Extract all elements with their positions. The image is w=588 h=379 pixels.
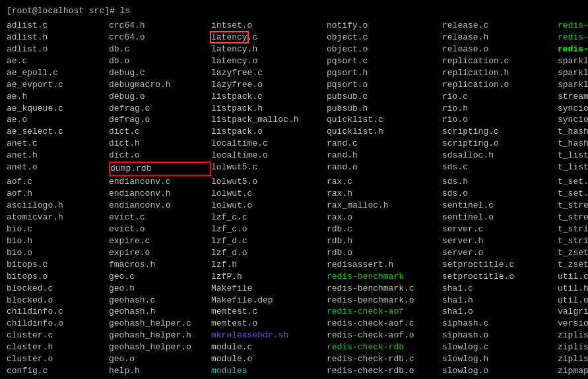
- file-cell: lzf_c.o: [211, 223, 327, 235]
- file-cell: memtest.o: [211, 318, 327, 330]
- file-cell: childinfo.o: [7, 318, 109, 330]
- file-cell: localtime.o: [211, 150, 327, 161]
- file-cell: expire.o: [109, 247, 211, 259]
- file-cell: atomicvar.h: [7, 212, 109, 223]
- file-cell: rdb.c: [327, 223, 442, 235]
- file-cell: fmacros.h: [109, 259, 211, 271]
- file-cell: util.c: [558, 271, 588, 283]
- file-cell: t_set.c: [558, 176, 588, 188]
- file-cell: anet.c: [7, 138, 109, 150]
- file-cell: latency.c: [211, 32, 327, 44]
- file-grid: adlist.c crc64.h intset.o notify.o relea…: [7, 20, 581, 379]
- file-cell: t_list.c: [558, 150, 588, 161]
- file-cell: server.c: [442, 223, 558, 235]
- file-cell: db.o: [109, 55, 211, 67]
- file-cell: help.h: [109, 365, 211, 377]
- file-cell: release.h: [442, 32, 558, 44]
- file-cell: sentinel.o: [442, 212, 558, 223]
- file-cell: lolwut.o: [211, 200, 327, 212]
- file-cell: config.c: [7, 365, 109, 377]
- file-cell: adlist.h: [7, 32, 109, 44]
- file-cell: lazyfree.o: [211, 79, 327, 91]
- file-cell: adlist.o: [7, 44, 109, 55]
- file-cell: lolwut.c: [211, 188, 327, 200]
- file-cell: server.o: [442, 247, 558, 259]
- file-cell: pubsub.h: [327, 103, 442, 115]
- file-cell: dict.c: [109, 126, 211, 138]
- file-cell: sparkline.o: [558, 79, 588, 91]
- file-cell: zipmap.c: [558, 365, 588, 377]
- file-cell: sha1.c: [442, 283, 558, 295]
- file-cell-redis-sentinel: redis-sentinel: [558, 20, 588, 32]
- file-cell: bitops.o: [7, 271, 109, 283]
- file-cell: t_hash.c: [558, 126, 588, 138]
- file-cell: ae_epoll.c: [7, 67, 109, 79]
- file-cell: setproctitle.c: [442, 259, 558, 271]
- file-cell: quicklist.h: [327, 126, 442, 138]
- file-cell: rax.c: [327, 176, 442, 188]
- file-cell-redis-check-rdb: redis-check-rdb: [327, 341, 442, 353]
- file-cell: rand.o: [327, 161, 442, 176]
- file-cell: syncio.o: [558, 114, 588, 126]
- file-cell: lolwut5.o: [211, 176, 327, 188]
- file-cell: server.h: [442, 235, 558, 247]
- file-cell: latency.o: [211, 55, 327, 67]
- file-cell: endianconv.c: [109, 176, 211, 188]
- file-cell: rio.c: [442, 91, 558, 103]
- file-cell: bitops.c: [7, 259, 109, 271]
- file-cell-redis-server: redis-server: [558, 32, 588, 44]
- file-cell: bio.c: [7, 223, 109, 235]
- file-cell: blocked.o: [7, 295, 109, 306]
- file-cell-dump-rdb: dump.rdb: [109, 161, 211, 176]
- file-cell: listpack.h: [211, 103, 327, 115]
- file-cell: listpack.o: [211, 126, 327, 138]
- file-cell: rand.h: [327, 150, 442, 161]
- file-cell: redisassert.h: [327, 259, 442, 271]
- file-cell-mkreleasehdr: mkreleasehdr.sh: [211, 330, 327, 341]
- file-cell: rdb.h: [327, 235, 442, 247]
- file-cell: blocked.c: [7, 283, 109, 295]
- file-cell: defrag.o: [109, 114, 211, 126]
- file-cell: scripting.c: [442, 126, 558, 138]
- file-cell: redis-check-aof.c: [327, 318, 442, 330]
- file-cell: listpack.c: [211, 91, 327, 103]
- file-cell: ae.c: [7, 55, 109, 67]
- file-cell: stream.h: [558, 91, 588, 103]
- file-cell: memtest.c: [211, 306, 327, 318]
- file-cell-modules: modules: [211, 365, 327, 377]
- file-cell: lolwut5.c: [211, 161, 327, 176]
- file-cell: aof.h: [7, 188, 109, 200]
- file-cell: setproctitle.o: [442, 271, 558, 283]
- file-cell: rax_malloc.h: [327, 200, 442, 212]
- file-cell: listpack_malloc.h: [211, 114, 327, 126]
- file-cell: syncio.c: [558, 103, 588, 115]
- file-cell: bio.h: [7, 235, 109, 247]
- file-cell: t_list.o: [558, 161, 588, 176]
- file-cell: cluster.c: [7, 330, 109, 341]
- file-cell: ae_evport.c: [7, 79, 109, 91]
- file-cell: evict.c: [109, 212, 211, 223]
- file-cell: adlist.c: [7, 20, 109, 32]
- file-cell: version.h: [558, 318, 588, 330]
- file-cell: sds.c: [442, 161, 558, 176]
- file-cell: lazyfree.c: [211, 67, 327, 79]
- file-cell: lzfP.h: [211, 271, 327, 283]
- file-cell: cluster.h: [7, 341, 109, 353]
- file-cell: dict.o: [109, 150, 211, 161]
- file-cell: geohash.h: [109, 306, 211, 318]
- file-cell: sha1.h: [442, 295, 558, 306]
- file-cell: pubsub.c: [327, 91, 442, 103]
- file-cell: asciilogo.h: [7, 200, 109, 212]
- file-cell: debug.o: [109, 91, 211, 103]
- file-cell-redis-trib: redis-trib.rb: [558, 44, 588, 55]
- file-cell: redis-check-rdb.c: [327, 353, 442, 365]
- file-cell: debugmacro.h: [109, 79, 211, 91]
- file-cell: geohash_helper.o: [109, 341, 211, 353]
- file-cell: latency.h: [211, 44, 327, 55]
- file-cell: t_set.o: [558, 188, 588, 200]
- file-cell: module.c: [211, 341, 327, 353]
- file-cell: release.o: [442, 44, 558, 55]
- file-cell: redis-check-rdb.o: [327, 365, 442, 377]
- file-cell: rdb.o: [327, 247, 442, 259]
- file-cell: rio.h: [442, 103, 558, 115]
